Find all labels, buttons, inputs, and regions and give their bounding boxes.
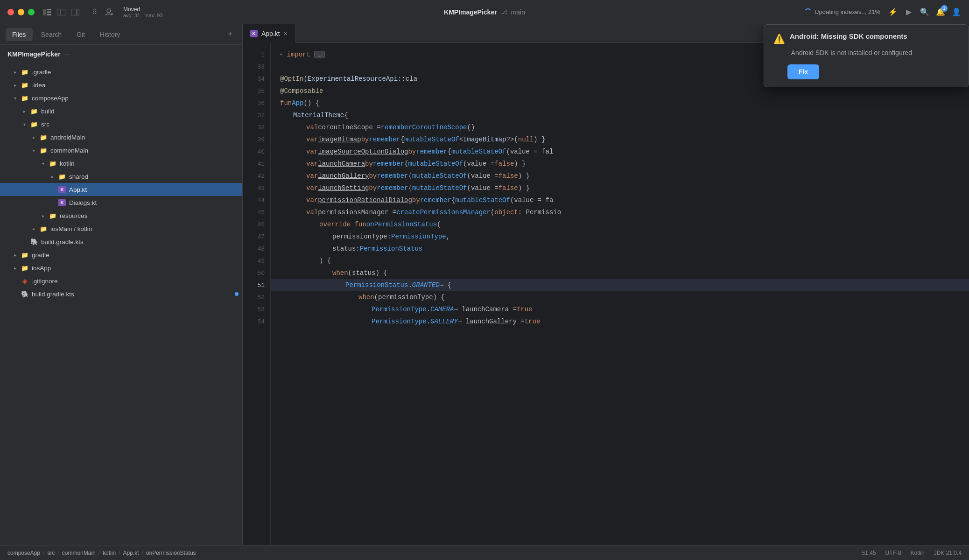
add-profile-icon[interactable] <box>104 7 114 17</box>
tree-item-resources[interactable]: 📁 resources <box>0 209 242 222</box>
close-button[interactable] <box>7 9 14 15</box>
breadcrumb-appkt[interactable]: App.kt <box>123 550 139 556</box>
fix-button[interactable]: Fix <box>787 64 819 79</box>
gitignore-icon: ◈ <box>21 277 29 285</box>
code-editor: 1 33 34 35 36 37 38 39 40 41 42 43 44 45… <box>243 43 969 545</box>
code-content[interactable]: ▸ import ... @OptIn(ExperimentalResource… <box>271 43 969 545</box>
tree-item-build[interactable]: 📁 build <box>0 105 242 118</box>
tree-item-idea[interactable]: 📁 .idea <box>0 78 242 91</box>
tree-arrow <box>21 107 28 115</box>
line-num-45: 45 <box>243 206 270 218</box>
cursor-position[interactable]: 51:45 <box>862 550 876 556</box>
line-num-36: 36 <box>243 97 270 109</box>
tree-item-dialogskt[interactable]: K Dialogs.kt <box>0 196 242 209</box>
tree-item-androidmain[interactable]: 📁 androidMain <box>0 131 242 144</box>
search-icon[interactable]: 🔍 <box>920 7 930 17</box>
folder-icon: 📁 <box>30 120 38 128</box>
sidebar-tabs: Files Search Git History + <box>0 24 242 45</box>
tree-item-src[interactable]: 📁 src <box>0 118 242 131</box>
line-num-44: 44 <box>243 194 270 206</box>
notification-badge: 1 <box>941 5 948 12</box>
breadcrumb-src[interactable]: src <box>47 550 55 556</box>
moved-info: Moved avg: 31 max: 93 <box>123 6 162 18</box>
tree-item-iosmain[interactable]: 📁 iosMain / kotlin <box>0 222 242 235</box>
line-num-33: 33 <box>243 61 270 73</box>
kotlin-tab-icon: K <box>250 30 258 37</box>
collapse-icon[interactable]: ▸ <box>280 49 283 61</box>
sidebar-right-icon[interactable] <box>70 7 80 17</box>
nav-icons: ⠿ <box>90 7 114 17</box>
warning-icon: ⚠️ <box>773 33 785 44</box>
line-num-42: 42 <box>243 170 270 182</box>
add-tab-button[interactable]: + <box>224 28 237 41</box>
lightning-icon[interactable]: ⚡ <box>888 7 898 17</box>
code-line-51: PermissionStatus.GRANTED → { <box>271 279 969 291</box>
tree-item-appkt[interactable]: K App.kt <box>0 183 242 196</box>
maximize-button[interactable] <box>28 9 35 15</box>
action-icons: ⚡ ▶ 🔍 🔔 1 👤 <box>888 7 962 17</box>
run-icon[interactable]: ▶ <box>904 7 914 17</box>
line-num-51: 51 <box>243 279 270 291</box>
line-num-34: 34 <box>243 73 270 85</box>
tree-item-kotlin[interactable]: 📁 kotlin <box>0 157 242 170</box>
tree-item-build-gradle-root[interactable]: 🐘 build.gradle.kts <box>0 287 242 301</box>
tree-arrow <box>11 68 19 76</box>
folder-icon: 📁 <box>58 172 66 181</box>
kotlin-file-icon: K <box>58 185 66 194</box>
grid-icon[interactable]: ⠿ <box>90 7 100 17</box>
sidebar: Files Search Git History + KMPImagePicke… <box>0 24 243 545</box>
tree-item-shared[interactable]: 📁 shared <box>0 170 242 183</box>
tab-close-button[interactable]: × <box>284 30 288 37</box>
kotlin-file-icon: K <box>58 198 66 207</box>
line-num-52: 52 <box>243 291 270 303</box>
breadcrumb-onpermissionstatus[interactable]: onPermissionStatus <box>146 550 196 556</box>
minimize-button[interactable] <box>18 9 24 15</box>
language[interactable]: Kotlin <box>911 550 925 556</box>
tree-item-gitignore[interactable]: ◈ .gitignore <box>0 274 242 287</box>
line-num-40: 40 <box>243 146 270 158</box>
tab-files[interactable]: Files <box>6 28 33 41</box>
jdk-version[interactable]: JDK 21.0.4 <box>934 550 962 556</box>
editor-tab-appkt[interactable]: K App.kt × <box>243 24 295 43</box>
tab-history[interactable]: History <box>93 28 127 41</box>
tree-item-composeapp[interactable]: 📁 composeApp <box>0 91 242 105</box>
project-menu-icon[interactable]: ··· <box>64 50 70 58</box>
folder-icon: 📁 <box>21 251 29 259</box>
encoding[interactable]: UTF-8 <box>885 550 901 556</box>
sidebar-left-icon[interactable] <box>42 7 52 17</box>
indexing-info: Updating indexes... 21% <box>804 8 880 16</box>
tree-item-build-gradle-composeapp[interactable]: 🐘 build.gradle.kts <box>0 235 242 248</box>
svg-rect-0 <box>43 9 46 15</box>
notification-icon[interactable]: 🔔 1 <box>935 7 946 17</box>
sidebar-header: KMPImagePicker ··· <box>0 45 242 63</box>
breadcrumb-kotlin[interactable]: kotlin <box>103 550 116 556</box>
popup-body: - Android SDK is not installed or config… <box>773 48 959 58</box>
tree-item-gradle-hidden[interactable]: 📁 .gradle <box>0 65 242 78</box>
folder-icon: 📁 <box>21 264 29 272</box>
tree-item-commonmain[interactable]: 📁 commonMain <box>0 144 242 157</box>
status-right: 51:45 UTF-8 Kotlin JDK 21.0.4 <box>862 550 962 556</box>
folder-icon: 📁 <box>21 68 29 76</box>
folder-icon: 📁 <box>39 133 48 141</box>
tree-arrow <box>39 212 47 219</box>
tree-arrow <box>30 225 37 232</box>
breadcrumb-composeapp[interactable]: composeApp <box>7 550 40 556</box>
tree-item-gradle[interactable]: 📁 gradle <box>0 248 242 261</box>
window-icons <box>42 7 80 17</box>
project-name: KMPImagePicker <box>444 8 497 16</box>
breadcrumb-commonmain[interactable]: commonMain <box>62 550 96 556</box>
svg-rect-7 <box>77 9 77 15</box>
account-icon[interactable]: 👤 <box>951 7 962 17</box>
tree-item-iosapp[interactable]: 📁 iosApp <box>0 261 242 274</box>
code-line-52: when (permissionType) { <box>271 291 969 303</box>
titlebar-right: Updating indexes... 21% ⚡ ▶ 🔍 🔔 1 👤 <box>804 7 962 17</box>
line-num-54: 54 <box>243 315 270 328</box>
folder-icon: 📁 <box>21 81 29 89</box>
editor-layout-icon[interactable] <box>56 7 66 17</box>
line-num-48: 48 <box>243 243 270 255</box>
folder-icon: 📁 <box>30 107 38 115</box>
import-collapse-button[interactable]: ... <box>314 51 325 58</box>
svg-rect-2 <box>47 11 51 13</box>
tab-search[interactable]: Search <box>35 28 68 41</box>
tab-git[interactable]: Git <box>70 28 91 41</box>
